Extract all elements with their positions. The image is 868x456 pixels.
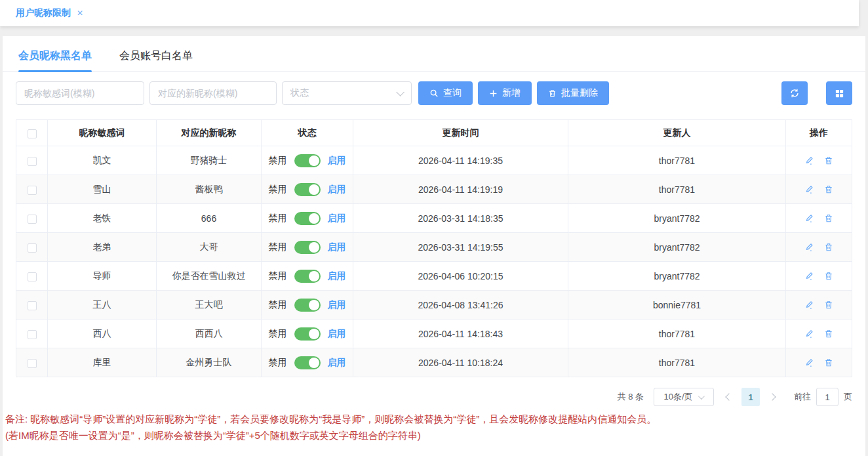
new-nickname-cell: 西西八: [157, 320, 262, 348]
status-off-label: 禁用: [269, 270, 287, 282]
chevron-left-icon: [725, 393, 732, 400]
table-row: 导师 你是否在雪山救过 禁用 启用 2026-04-06 10:20:15 br…: [16, 262, 852, 291]
row-checkbox[interactable]: [28, 301, 37, 310]
new-nickname-cell: 666: [157, 204, 262, 233]
table-row: 雪山 酱板鸭 禁用 启用 2026-04-11 14:19:19 thor778…: [16, 175, 852, 204]
col-header-keyword: 昵称敏感词: [48, 120, 157, 146]
delete-icon[interactable]: [824, 184, 833, 194]
goto-page-input[interactable]: [816, 388, 838, 406]
next-page-button[interactable]: [766, 388, 781, 406]
delete-icon[interactable]: [824, 329, 833, 339]
status-select[interactable]: 状态: [282, 81, 412, 105]
status-on-link[interactable]: 启用: [328, 270, 346, 282]
table-body: 凯文 野猪骑士 禁用 启用 2026-04-11 14:19:35 thor77…: [16, 146, 852, 377]
select-all-cell: [16, 120, 48, 146]
status-on-link[interactable]: 启用: [328, 213, 346, 224]
edit-icon[interactable]: [805, 329, 815, 339]
close-icon[interactable]: ✕: [77, 9, 83, 18]
delete-icon[interactable]: [824, 358, 833, 367]
actions-cell: [786, 348, 852, 377]
edit-icon[interactable]: [805, 242, 815, 252]
new-nickname-input[interactable]: [149, 81, 277, 105]
select-all-checkbox[interactable]: [28, 129, 37, 138]
status-cell: 禁用 启用: [262, 262, 353, 291]
search-button[interactable]: 查询: [418, 81, 473, 105]
row-select-cell: [16, 320, 48, 348]
delete-icon[interactable]: [824, 213, 833, 223]
page-tag[interactable]: 用户昵称限制 ✕: [16, 7, 83, 19]
row-checkbox[interactable]: [28, 243, 37, 253]
refresh-button[interactable]: [781, 81, 808, 105]
prev-page-button[interactable]: [720, 388, 736, 406]
row-select-cell: [16, 262, 48, 291]
edit-icon[interactable]: [805, 184, 815, 194]
refresh-icon: [789, 88, 800, 98]
tab-nickname-blacklist[interactable]: 会员昵称黑名单: [18, 49, 92, 72]
status-on-link[interactable]: 启用: [328, 357, 346, 369]
goto-label: 前往: [794, 391, 811, 403]
keyword-cell: 王八: [48, 291, 157, 320]
status-toggle[interactable]: [294, 327, 321, 341]
page-size-value: 10条/页: [663, 391, 692, 403]
keyword-input[interactable]: [16, 81, 144, 105]
remark-line-2: (若IM昵称是否唯一设置为“是”，则昵称会被替换为“学徒”+5个随机数字或英文字…: [5, 427, 852, 444]
status-on-link[interactable]: 启用: [328, 241, 346, 253]
batch-delete-button[interactable]: 批量删除: [537, 81, 609, 105]
row-checkbox[interactable]: [28, 157, 37, 166]
status-toggle[interactable]: [294, 154, 321, 167]
row-select-cell: [16, 175, 48, 204]
status-toggle[interactable]: [294, 183, 321, 196]
edit-icon[interactable]: [805, 213, 815, 223]
updated-at-cell: 2026-03-31 14:19:55: [353, 233, 568, 262]
actions-cell: [786, 262, 852, 291]
row-checkbox[interactable]: [28, 186, 37, 195]
keyword-cell: 西八: [48, 320, 157, 348]
status-toggle[interactable]: [294, 212, 321, 225]
status-cell: 禁用 启用: [262, 233, 353, 262]
row-checkbox[interactable]: [28, 359, 37, 368]
goto-page: 前往 页: [794, 388, 852, 406]
keyword-cell: 雪山: [48, 175, 157, 204]
status-on-link[interactable]: 启用: [328, 155, 346, 167]
status-toggle[interactable]: [294, 299, 321, 312]
edit-icon[interactable]: [805, 155, 815, 165]
delete-icon[interactable]: [824, 300, 833, 310]
new-nickname-cell: 野猪骑士: [157, 146, 262, 175]
row-checkbox[interactable]: [28, 215, 37, 224]
edit-icon[interactable]: [805, 300, 815, 310]
edit-icon[interactable]: [805, 271, 815, 281]
status-cell: 禁用 启用: [262, 204, 353, 233]
total-count: 共 8 条: [618, 391, 644, 403]
actions-cell: [786, 175, 852, 204]
status-toggle[interactable]: [294, 270, 321, 283]
status-toggle[interactable]: [294, 241, 321, 254]
remark-line-1: 备注: 昵称敏感词“导师”设置的对应新昵称为“学徒”，若会员要修改昵称为“我是导…: [5, 411, 852, 427]
status-on-link[interactable]: 启用: [328, 299, 346, 311]
delete-icon[interactable]: [824, 271, 833, 281]
status-toggle[interactable]: [294, 356, 321, 369]
status-off-label: 禁用: [269, 299, 287, 311]
page-size-select[interactable]: 10条/页: [654, 388, 714, 406]
add-button[interactable]: 新增: [478, 81, 532, 105]
row-checkbox[interactable]: [28, 272, 37, 281]
tab-account-whitelist[interactable]: 会员账号白名单: [119, 49, 193, 72]
updated-at-cell: 2026-04-06 10:20:15: [353, 262, 568, 291]
delete-icon[interactable]: [824, 242, 833, 252]
updated-by-cell: bryant7782: [568, 233, 786, 262]
updated-at-cell: 2026-04-08 13:41:26: [353, 291, 568, 320]
row-select-cell: [16, 291, 48, 320]
page-number-1[interactable]: 1: [741, 388, 760, 406]
col-header-status: 状态: [262, 120, 353, 146]
status-on-link[interactable]: 启用: [328, 184, 346, 196]
chevron-down-icon: [698, 393, 704, 400]
row-checkbox[interactable]: [28, 330, 37, 339]
status-off-label: 禁用: [269, 213, 287, 224]
keyword-cell: 老铁: [48, 204, 157, 233]
table-row: 库里 金州勇士队 禁用 启用 2026-04-11 10:18:24 thor7…: [16, 348, 852, 377]
column-settings-button[interactable]: [826, 81, 852, 105]
table-row: 凯文 野猪骑士 禁用 启用 2026-04-11 14:19:35 thor77…: [16, 146, 852, 175]
delete-icon[interactable]: [824, 155, 833, 165]
status-on-link[interactable]: 启用: [328, 328, 346, 340]
table-row: 西八 西西八 禁用 启用 2026-04-11 14:18:43 thor778…: [16, 320, 852, 348]
edit-icon[interactable]: [805, 358, 815, 367]
